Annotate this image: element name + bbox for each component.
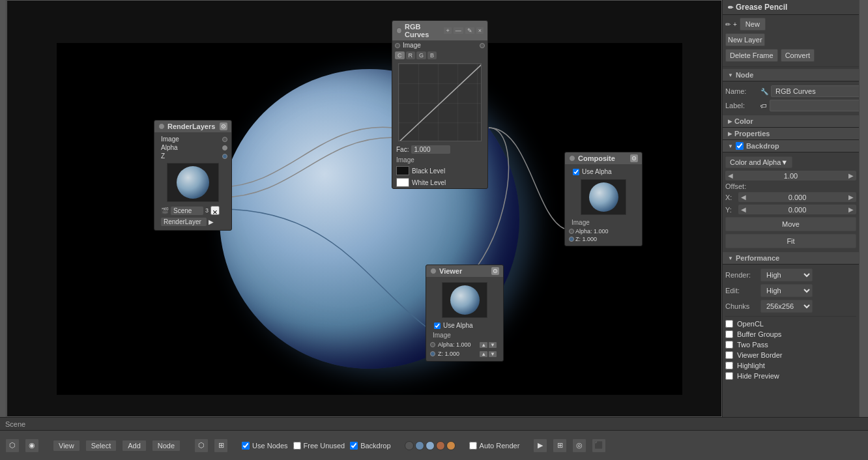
select-button[interactable]: Select xyxy=(85,440,117,452)
x-left-arrow[interactable]: ◀ xyxy=(738,192,749,202)
performance-section-title[interactable]: ▼ Performance xyxy=(723,252,859,265)
viewer-z-arrows[interactable]: ▲ ▼ xyxy=(480,351,497,357)
use-nodes-check-label[interactable]: Use Nodes xyxy=(242,442,287,450)
composite-header[interactable]: Composite ⊙ xyxy=(565,152,642,164)
node-label-input[interactable] xyxy=(770,100,859,111)
viewer-use-alpha-check[interactable] xyxy=(434,323,441,329)
y-right-arrow[interactable]: ▶ xyxy=(846,205,856,214)
opencl-checkbox[interactable] xyxy=(725,320,733,328)
compositor-icon[interactable]: ⬡ xyxy=(194,438,209,453)
renderlayers-node[interactable]: RenderLayers ⊙ Image Alpha Z xyxy=(154,120,232,231)
delete-frame-button[interactable]: Delete Frame xyxy=(725,49,778,62)
curves-tab-g[interactable]: G xyxy=(416,51,426,59)
edit-select[interactable]: High Medium Low xyxy=(760,284,813,297)
color-section-title[interactable]: ▶ Color xyxy=(723,115,859,128)
y-left-arrow[interactable]: ◀ xyxy=(738,205,749,214)
new-button[interactable]: New xyxy=(740,18,766,31)
color-circle-5[interactable] xyxy=(446,441,456,450)
scene-controls[interactable]: 🎬 Scene 3 × xyxy=(158,205,227,216)
free-unused-check-label[interactable]: Free Unused xyxy=(293,442,345,450)
viewer-z-up[interactable]: ▲ xyxy=(480,351,487,357)
hide-preview-checkbox[interactable] xyxy=(725,372,733,380)
curves-graph[interactable] xyxy=(398,63,482,141)
zoom-control[interactable]: ◀ 1.00 ▶ xyxy=(725,171,856,180)
node-name-input[interactable]: RGB Curves xyxy=(771,85,859,97)
color-alpha-dropdown[interactable]: Color and Alpha ▼ xyxy=(725,156,792,168)
auto-render-check-label[interactable]: Auto Render xyxy=(469,442,520,450)
viewer-header[interactable]: Viewer ⊙ xyxy=(426,265,503,277)
color-circle-3[interactable] xyxy=(426,441,435,450)
renderlayers-image-socket[interactable] xyxy=(222,137,227,142)
chunks-select[interactable]: 256x256 128x128 xyxy=(760,300,813,313)
renderlayers-z-socket[interactable] xyxy=(222,154,227,159)
node-button[interactable]: Node xyxy=(152,440,181,452)
render-select[interactable]: High Medium Low xyxy=(760,268,813,281)
render-icon-3[interactable]: ◎ xyxy=(572,438,586,453)
renderlayers-alpha-socket[interactable] xyxy=(222,145,227,151)
viewer-close[interactable]: ⊙ xyxy=(491,267,499,275)
auto-render-checkbox[interactable] xyxy=(469,442,477,450)
node-section-title[interactable]: ▼ Node xyxy=(723,69,859,81)
viewer-border-checkbox[interactable] xyxy=(725,351,733,359)
composite-z-socket[interactable] xyxy=(569,237,574,242)
renderlayers-close[interactable]: ⊙ xyxy=(220,122,227,130)
black-swatch[interactable] xyxy=(396,166,409,175)
rgb-curves-header[interactable]: RGB Curves + — ✎ × xyxy=(392,21,487,40)
color-circle-2[interactable] xyxy=(415,441,424,450)
viewer-z-socket[interactable] xyxy=(430,351,435,356)
add-button[interactable]: Add xyxy=(122,440,147,452)
render-layer-input[interactable]: RenderLayer xyxy=(161,218,207,226)
curves-tool3[interactable]: ✎ xyxy=(465,27,474,34)
backdrop-toolbar-checkbox[interactable] xyxy=(350,442,358,450)
render-layer-controls[interactable]: RenderLayer ▶ xyxy=(158,216,227,227)
curves-close[interactable]: × xyxy=(476,27,484,34)
toolbar-sphere-icon[interactable]: ◉ xyxy=(25,438,39,453)
viewer-alpha-up[interactable]: ▲ xyxy=(480,342,487,348)
composite-use-alpha-check[interactable] xyxy=(573,169,579,175)
buffer-groups-checkbox[interactable] xyxy=(725,330,733,338)
zoom-right-arrow[interactable]: ▶ xyxy=(846,171,856,180)
curves-tab-c[interactable]: C xyxy=(395,51,405,59)
curves-tool1[interactable]: + xyxy=(444,27,451,34)
backdrop-checkbox[interactable] xyxy=(736,142,744,150)
rgb-curves-node[interactable]: RGB Curves + — ✎ × Image xyxy=(392,20,488,189)
use-nodes-checkbox[interactable] xyxy=(242,442,250,450)
backdrop-check-label[interactable]: Backdrop xyxy=(350,442,390,450)
x-right-arrow[interactable]: ▶ xyxy=(846,192,856,202)
backdrop-section-title[interactable]: ▼ Backdrop xyxy=(723,140,859,152)
fac-input[interactable]: 1.000 xyxy=(411,145,450,154)
fit-button[interactable]: Fit xyxy=(725,234,856,248)
free-unused-checkbox[interactable] xyxy=(293,442,301,450)
curves-image-in-socket[interactable] xyxy=(395,43,400,48)
two-pass-checkbox[interactable] xyxy=(725,341,733,349)
scene-input[interactable]: Scene xyxy=(171,207,203,215)
curves-tab-b[interactable]: B xyxy=(427,51,437,59)
viewer-node[interactable]: Viewer ⊙ Use Alpha Image xyxy=(426,265,504,362)
composite-image-socket[interactable] xyxy=(569,229,574,234)
y-input-wrapper[interactable]: ◀ 0.000 ▶ xyxy=(738,205,856,214)
grid-icon[interactable]: ⊞ xyxy=(214,438,228,453)
viewer-z-dn[interactable]: ▼ xyxy=(489,351,497,357)
properties-section-title[interactable]: ▶ Properties xyxy=(723,128,859,140)
backdrop-toggle[interactable] xyxy=(736,142,744,150)
bottom-toolbar[interactable]: ⬡ ◉ View Select Add Node ⬡ ⊞ Use Nodes F… xyxy=(0,430,868,460)
x-input-wrapper[interactable]: ◀ 0.000 ▶ xyxy=(738,192,856,202)
render-icon-4[interactable]: ⬛ xyxy=(592,438,606,453)
composite-close[interactable]: ⊙ xyxy=(630,154,638,162)
move-button[interactable]: Move xyxy=(725,217,856,231)
zoom-left-arrow[interactable]: ◀ xyxy=(725,171,736,180)
render-icon-1[interactable]: ▶ xyxy=(533,438,547,453)
composite-node[interactable]: Composite ⊙ Use Alpha Image xyxy=(564,152,643,246)
curves-image-out-socket[interactable] xyxy=(480,43,485,48)
scene-remove[interactable]: × xyxy=(210,206,220,215)
viewer-alpha-arrows[interactable]: ▲ ▼ xyxy=(480,342,497,348)
viewer-alpha-dn[interactable]: ▼ xyxy=(489,342,497,348)
new-layer-button[interactable]: New Layer xyxy=(725,33,765,46)
view-button[interactable]: View xyxy=(53,440,80,452)
renderlayers-node-header[interactable]: RenderLayers ⊙ xyxy=(154,121,231,132)
color-circle-4[interactable] xyxy=(436,441,445,450)
curves-tool2[interactable]: — xyxy=(454,27,463,34)
convert-button[interactable]: Convert xyxy=(781,49,815,62)
color-circle-1[interactable] xyxy=(405,441,414,450)
curves-tab-r[interactable]: R xyxy=(406,51,416,59)
